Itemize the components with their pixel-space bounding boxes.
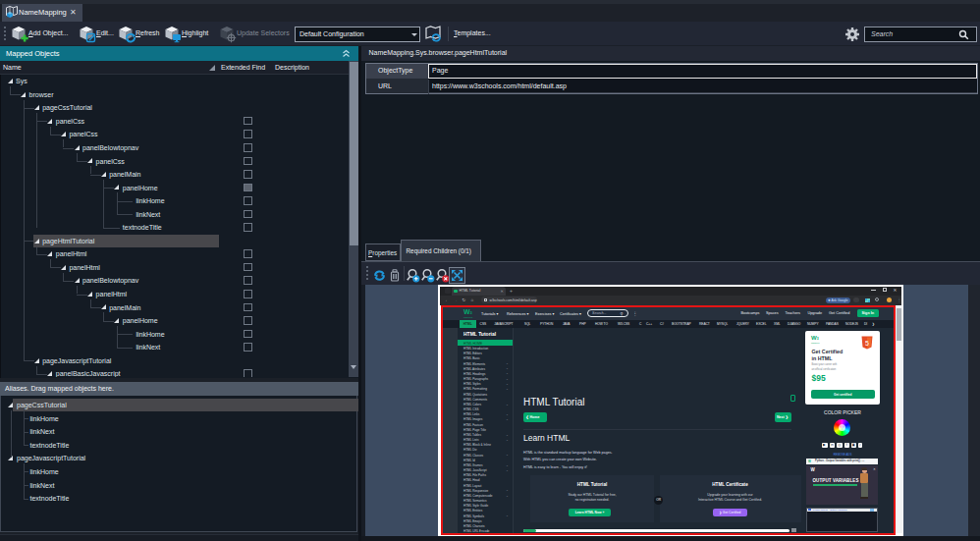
svg-text:5: 5: [865, 340, 869, 347]
